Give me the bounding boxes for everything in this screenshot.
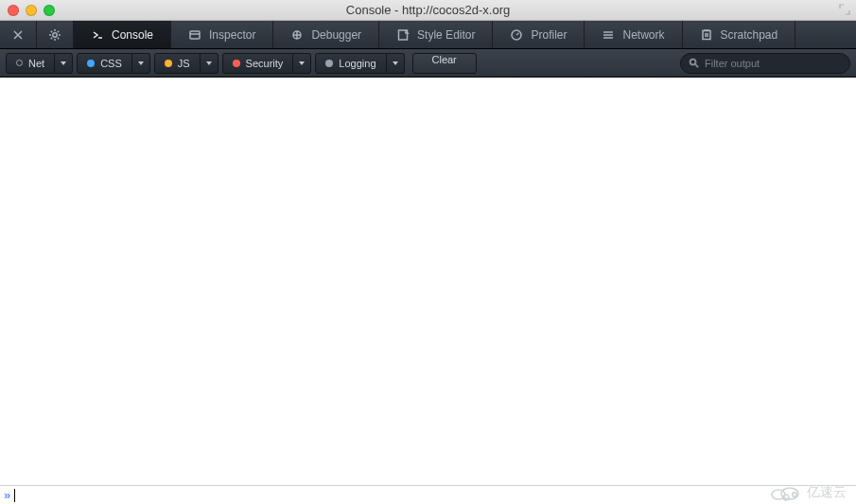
tab-label: Console bbox=[112, 28, 153, 42]
watermark-text: 亿速云 bbox=[807, 484, 847, 501]
watermark: 亿速云 bbox=[767, 483, 847, 502]
console-filter-bar: Net CSS JS Security Logging Clear bbox=[0, 49, 856, 78]
filter-css-dropdown[interactable] bbox=[132, 53, 150, 74]
filter-output-search[interactable] bbox=[680, 53, 850, 74]
filter-label: Net bbox=[28, 58, 44, 69]
filter-label: Security bbox=[246, 58, 284, 69]
inspector-icon bbox=[188, 28, 201, 42]
close-devtools-button[interactable] bbox=[0, 21, 37, 48]
tab-network[interactable]: Network bbox=[585, 21, 682, 48]
tab-label: Style Editor bbox=[417, 28, 475, 42]
filter-security-button[interactable]: Security bbox=[222, 53, 294, 74]
minimize-window-button[interactable] bbox=[26, 5, 37, 16]
window-titlebar: Console - http://cocos2d-x.org bbox=[0, 0, 856, 21]
svg-point-7 bbox=[772, 490, 785, 499]
search-icon bbox=[689, 58, 699, 68]
window-title: Console - http://cocos2d-x.org bbox=[0, 3, 856, 17]
chevron-down-icon bbox=[299, 61, 305, 65]
gear-icon bbox=[48, 28, 61, 42]
close-window-button[interactable] bbox=[8, 5, 19, 16]
filter-js-group: JS bbox=[154, 53, 218, 74]
debugger-icon bbox=[290, 28, 304, 42]
filter-net-dropdown[interactable] bbox=[55, 53, 73, 74]
svg-point-6 bbox=[690, 60, 696, 65]
console-output[interactable] bbox=[0, 78, 856, 485]
tab-label: Profiler bbox=[531, 28, 567, 42]
console-input-line[interactable]: » 亿速云 bbox=[0, 485, 856, 504]
devtools-tabstrip: Console Inspector Debugger Style Editor … bbox=[0, 21, 856, 49]
tab-label: Network bbox=[622, 28, 664, 42]
filter-label: Logging bbox=[339, 58, 376, 69]
tab-label: Debugger bbox=[311, 28, 361, 42]
svg-point-9 bbox=[793, 493, 797, 497]
filter-label: CSS bbox=[100, 58, 122, 69]
dot-icon bbox=[233, 60, 240, 67]
expand-icon[interactable] bbox=[839, 4, 850, 15]
profiler-icon bbox=[510, 28, 523, 42]
tab-scratchpad[interactable]: Scratchpad bbox=[683, 21, 796, 48]
svg-point-0 bbox=[53, 32, 57, 36]
clear-button[interactable]: Clear bbox=[412, 53, 477, 74]
text-cursor bbox=[14, 489, 15, 502]
filter-net-button[interactable]: Net bbox=[6, 53, 55, 74]
filter-css-button[interactable]: CSS bbox=[77, 53, 132, 74]
chevron-down-icon bbox=[393, 61, 398, 65]
prompt-icon: » bbox=[4, 488, 10, 502]
dot-icon bbox=[325, 60, 333, 67]
filter-security-dropdown[interactable] bbox=[293, 53, 311, 74]
style-editor-icon bbox=[396, 28, 410, 42]
filter-logging-button[interactable]: Logging bbox=[315, 53, 386, 74]
filter-css-group: CSS bbox=[77, 53, 150, 74]
console-icon bbox=[91, 28, 104, 42]
chevron-down-icon bbox=[206, 61, 212, 65]
watermark-icon bbox=[767, 483, 803, 502]
scratchpad-icon bbox=[700, 28, 713, 42]
tab-profiler[interactable]: Profiler bbox=[493, 21, 585, 48]
dot-icon bbox=[165, 60, 172, 67]
chevron-down-icon bbox=[61, 61, 66, 65]
chevron-down-icon bbox=[138, 61, 144, 65]
filter-security-group: Security bbox=[222, 53, 312, 74]
tab-label: Inspector bbox=[209, 28, 255, 42]
tab-debugger[interactable]: Debugger bbox=[273, 21, 379, 48]
devtools-settings-button[interactable] bbox=[37, 21, 74, 48]
traffic-lights bbox=[8, 5, 55, 16]
svg-rect-5 bbox=[703, 30, 710, 39]
tab-inspector[interactable]: Inspector bbox=[171, 21, 273, 48]
filter-js-button[interactable]: JS bbox=[154, 53, 201, 74]
filter-label: JS bbox=[178, 58, 190, 69]
svg-point-8 bbox=[781, 488, 798, 499]
tab-style-editor[interactable]: Style Editor bbox=[379, 21, 493, 48]
filter-net-group: Net bbox=[6, 53, 73, 74]
filter-output-input[interactable] bbox=[705, 58, 842, 69]
network-icon bbox=[602, 28, 615, 42]
tab-console[interactable]: Console bbox=[74, 21, 171, 48]
dot-icon bbox=[16, 60, 23, 66]
dot-icon bbox=[87, 60, 95, 67]
zoom-window-button[interactable] bbox=[44, 5, 55, 16]
close-icon bbox=[11, 28, 25, 42]
filter-logging-group: Logging bbox=[315, 53, 404, 74]
svg-rect-1 bbox=[190, 31, 200, 39]
filter-js-dropdown[interactable] bbox=[201, 53, 218, 74]
tab-label: Scratchpad bbox=[721, 28, 778, 42]
filter-logging-dropdown[interactable] bbox=[387, 53, 405, 74]
